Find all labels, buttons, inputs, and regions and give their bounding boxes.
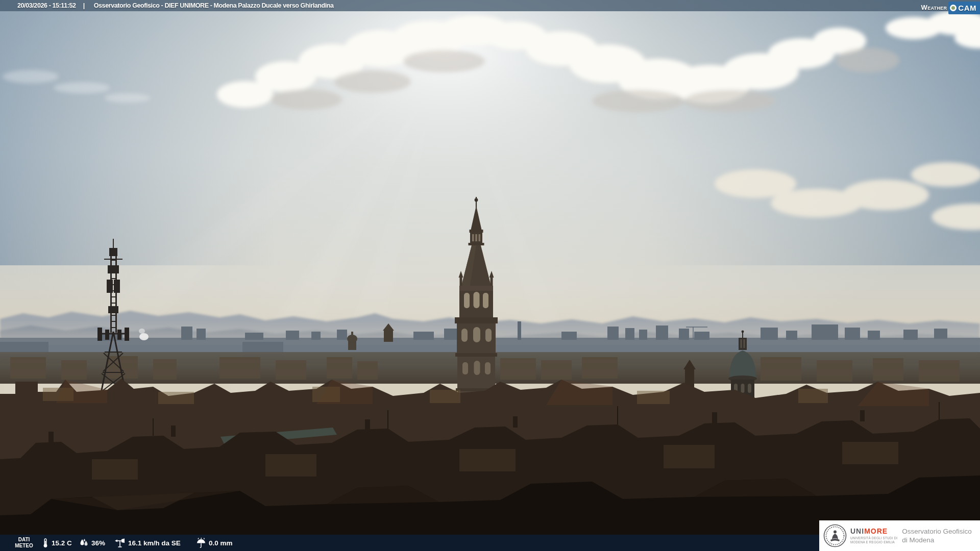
unimore-more-text: MORE [864,527,888,535]
thermometer-icon [42,538,49,548]
water-drops-icon [79,538,89,547]
webcam-photo [0,0,980,551]
webcam-page: 20/03/2026 - 15:11:52 | Osservatorio Geo… [0,0,980,551]
dati-label: DATI [8,537,40,543]
unimore-subtitle-line1: UNIVERSITÀ DEGLI STUDI DI [850,536,897,540]
separator: | [83,2,85,9]
precipitation-value: 0.0 mm [209,539,233,547]
unimore-seal-icon [823,524,847,547]
wind-value: 16.1 km/h da SE [128,539,181,547]
observatory-line2: di Modena [902,536,972,544]
precipitation-reading: 0.0 mm [196,535,233,551]
temperature-value: 15.2 C [52,539,72,547]
unimore-subtitle-line2: MODENA E REGGIO EMILIA [850,540,897,544]
temperature-reading: 15.2 C [42,535,72,551]
observatory-name: Osservatorio Geofisico di Modena [902,527,972,544]
unimore-attribution: UNIMORE UNIVERSITÀ DEGLI STUDI DI MODENA… [819,520,980,551]
observatory-line1: Osservatorio Geofisico [902,527,972,536]
humidity-reading: 36% [79,535,105,551]
header-bar: 20/03/2026 - 15:11:52 | Osservatorio Geo… [0,0,980,11]
umbrella-rain-icon [196,538,206,548]
weathercam-weather-label: Weather [921,4,947,11]
weathercam-logo: Weather CAM [921,0,980,14]
humidity-value: 36% [91,539,105,547]
timestamp: 20/03/2026 - 15:11:52 [17,2,76,9]
meteo-label: METEO [8,543,40,549]
unimore-wordmark: UNIMORE UNIVERSITÀ DEGLI STUDI DI MODENA… [850,528,897,544]
weathercam-cam-box: CAM [948,2,980,14]
unimore-uni-text: UNI [850,527,864,535]
wind-reading: 16.1 km/h da SE [114,535,181,551]
dati-meteo-label: DATI METEO [8,537,40,549]
webcam-lens-icon [950,5,957,11]
page-title: Osservatorio Geofisico - DIEF UNIMORE - … [94,2,334,9]
weathervane-icon [114,538,126,548]
weathercam-cam-label: CAM [958,4,976,12]
